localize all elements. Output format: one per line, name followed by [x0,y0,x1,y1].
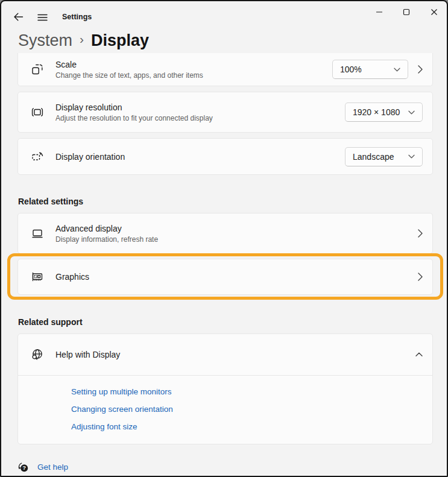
resolution-subtitle: Adjust the resolution to fit your connec… [55,114,213,122]
chevron-down-icon [408,110,415,115]
orientation-dropdown-value: Landscape [353,152,394,162]
hamburger-icon [37,13,48,22]
chevron-right-icon [418,65,423,74]
breadcrumb: System › Display [18,29,149,52]
display-resolution-card: Display resolution Adjust the resolution… [17,92,433,133]
minimize-icon [376,8,383,16]
page-title: Display [91,31,149,50]
minimize-button[interactable] [371,4,388,20]
hamburger-menu-button[interactable] [34,10,51,25]
get-help-icon: ? [17,461,30,473]
back-arrow-icon [13,12,24,22]
monitor-icon [30,227,45,240]
advanced-display-subtitle: Display information, refresh rate [55,235,158,244]
orientation-title: Display orientation [55,152,125,162]
display-orientation-card: Display orientation Landscape [17,138,433,175]
back-button[interactable] [10,9,27,25]
breadcrumb-separator: › [72,32,91,46]
advanced-display-title: Advanced display [55,224,158,233]
scale-subtitle: Change the size of text, apps, and other… [55,71,203,80]
svg-text:?: ? [22,464,26,471]
maximize-icon [403,8,410,16]
resolution-dropdown[interactable]: 1920 × 1080 [345,103,423,122]
orientation-dropdown[interactable]: Landscape [345,147,423,166]
graphics-card[interactable]: Graphics [17,259,433,295]
scale-dropdown-value: 100% [340,65,362,74]
graphics-title: Graphics [55,272,89,282]
scale-dropdown[interactable]: 100% [332,60,408,79]
chevron-down-icon [408,154,415,159]
app-title: Settings [62,13,92,21]
help-link-font-size[interactable]: Adjusting font size [71,422,137,431]
scale-title: Scale [55,60,203,69]
settings-window: Settings System › Display Scale Change t… [0,0,448,477]
related-settings-header: Related settings [18,197,83,206]
help-link-multiple-monitors[interactable]: Setting up multiple monitors [71,387,172,396]
resolution-dropdown-value: 1920 × 1080 [353,107,400,117]
chevron-right-icon [418,229,423,238]
help-with-display-row[interactable]: Help with Display [18,334,432,376]
resolution-icon [30,106,45,119]
globe-search-icon [30,347,45,362]
chevron-down-icon [394,68,400,72]
maximize-button[interactable] [398,4,415,20]
breadcrumb-system[interactable]: System [18,31,72,50]
advanced-display-card[interactable]: Advanced display Display information, re… [17,213,433,254]
close-button[interactable] [426,4,443,20]
resolution-title: Display resolution [55,103,213,112]
orientation-icon [30,150,45,163]
help-card: Help with Display Setting up multiple mo… [17,333,433,444]
help-link-screen-orientation[interactable]: Changing screen orientation [71,405,173,414]
close-icon [431,8,438,16]
scale-detail-button[interactable] [418,65,423,74]
scale-card: Scale Change the size of text, apps, and… [17,53,433,86]
help-links: Setting up multiple monitors Changing sc… [18,376,432,431]
scale-icon [30,63,45,76]
chevron-up-icon [415,352,423,357]
related-support-header: Related support [18,317,83,327]
help-with-display-title: Help with Display [55,350,120,359]
get-help-row: ? Get help [17,461,68,473]
chevron-right-icon [418,273,423,281]
gpu-icon [30,270,45,283]
get-help-link[interactable]: Get help [37,463,68,472]
